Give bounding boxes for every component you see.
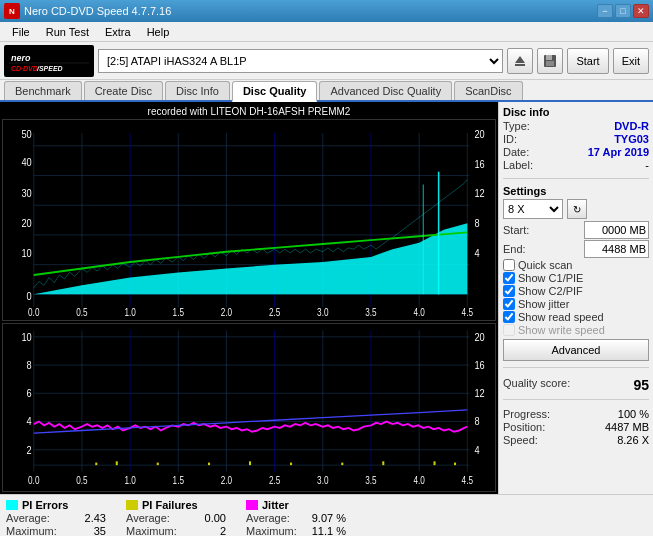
- end-input[interactable]: [584, 240, 649, 258]
- tab-create-disc[interactable]: Create Disc: [84, 81, 163, 100]
- pi-errors-header: PI Errors: [6, 499, 106, 511]
- jitter-max-value: 11.1 %: [312, 525, 346, 536]
- show-read-row: Show read speed: [503, 311, 649, 323]
- svg-text:0: 0: [27, 290, 32, 302]
- disc-date-value: 17 Apr 2019: [588, 146, 649, 158]
- sep-3: [503, 399, 649, 400]
- show-c2pif-row: Show C2/PIF: [503, 285, 649, 297]
- quick-scan-label: Quick scan: [518, 259, 572, 271]
- minimize-button[interactable]: −: [597, 4, 613, 18]
- exit-button[interactable]: Exit: [613, 48, 649, 74]
- svg-text:4.0: 4.0: [413, 476, 424, 487]
- close-button[interactable]: ✕: [633, 4, 649, 18]
- tab-scan-disc[interactable]: ScanDisc: [454, 81, 522, 100]
- pi-errors-avg-value: 2.43: [85, 512, 106, 524]
- start-button[interactable]: Start: [567, 48, 608, 74]
- svg-text:40: 40: [21, 157, 31, 169]
- lower-chart-svg: 10 8 6 4 2 20 16 12 8 4: [3, 324, 495, 491]
- show-jitter-label: Show jitter: [518, 298, 569, 310]
- quick-scan-checkbox[interactable]: [503, 259, 515, 271]
- pi-failures-max-row: Maximum: 2: [126, 525, 226, 536]
- pi-failures-label: PI Failures: [142, 499, 198, 511]
- pi-errors-max-row: Maximum: 35: [6, 525, 106, 536]
- show-c2pif-checkbox[interactable]: [503, 285, 515, 297]
- chart-title: recorded with LITEON DH-16AFSH PREMM2: [2, 104, 496, 119]
- svg-text:10: 10: [21, 331, 31, 343]
- pi-failures-group: PI Failures Average: 0.00 Maximum: 2 Tot…: [126, 499, 226, 536]
- svg-text:4.5: 4.5: [462, 307, 473, 318]
- pi-errors-avg-label: Average:: [6, 512, 50, 524]
- pi-failures-avg-row: Average: 0.00: [126, 512, 226, 524]
- show-c1pie-checkbox[interactable]: [503, 272, 515, 284]
- show-jitter-checkbox[interactable]: [503, 298, 515, 310]
- drive-select[interactable]: [2:5] ATAPI iHAS324 A BL1P: [98, 49, 503, 73]
- svg-text:4: 4: [27, 416, 32, 428]
- jitter-header: Jitter: [246, 499, 346, 511]
- svg-text:8: 8: [475, 217, 480, 229]
- start-row: Start:: [503, 221, 649, 239]
- svg-text:16: 16: [475, 359, 485, 371]
- disc-info-title: Disc info: [503, 106, 649, 118]
- svg-text:50: 50: [21, 128, 31, 140]
- show-write-label: Show write speed: [518, 324, 605, 336]
- svg-text:4: 4: [475, 247, 480, 259]
- app-icon: N: [4, 3, 20, 19]
- upper-chart: 50 40 30 20 10 0 20 16 12 8 4: [2, 119, 496, 321]
- svg-text:20: 20: [21, 217, 31, 229]
- show-c2pif-label: Show C2/PIF: [518, 285, 583, 297]
- svg-text:8: 8: [27, 359, 32, 371]
- settings-title: Settings: [503, 185, 649, 197]
- menu-run-test[interactable]: Run Test: [38, 24, 97, 40]
- right-panel: Disc info Type: DVD-R ID: TYG03 Date: 17…: [498, 102, 653, 494]
- upper-chart-svg: 50 40 30 20 10 0 20 16 12 8 4: [3, 120, 495, 320]
- position-row: Position: 4487 MB: [503, 421, 649, 433]
- svg-text:20: 20: [475, 128, 485, 140]
- pi-failures-avg-value: 0.00: [205, 512, 226, 524]
- svg-text:12: 12: [475, 188, 485, 200]
- jitter-group: Jitter Average: 9.07 % Maximum: 11.1 % P…: [246, 499, 346, 536]
- progress-row: Progress: 100 %: [503, 408, 649, 420]
- progress-value: 100 %: [618, 408, 649, 420]
- svg-text:2.5: 2.5: [269, 476, 280, 487]
- start-input[interactable]: [584, 221, 649, 239]
- disc-label-row: Label: -: [503, 159, 649, 171]
- pi-errors-avg-row: Average: 2.43: [6, 512, 106, 524]
- show-jitter-row: Show jitter: [503, 298, 649, 310]
- speed-select[interactable]: 8 X: [503, 199, 563, 219]
- svg-text:2.0: 2.0: [221, 307, 232, 318]
- refresh-button[interactable]: ↻: [567, 199, 587, 219]
- show-read-checkbox[interactable]: [503, 311, 515, 323]
- svg-text:1.5: 1.5: [173, 307, 184, 318]
- sep-1: [503, 178, 649, 179]
- svg-rect-82: [249, 461, 251, 465]
- disc-type-row: Type: DVD-R: [503, 120, 649, 132]
- quality-label: Quality score:: [503, 377, 570, 393]
- pi-errors-max-value: 35: [94, 525, 106, 536]
- svg-marker-5: [515, 56, 525, 63]
- menu-file[interactable]: File: [4, 24, 38, 40]
- lower-chart: 10 8 6 4 2 20 16 12 8 4: [2, 323, 496, 492]
- menu-help[interactable]: Help: [139, 24, 178, 40]
- tab-disc-quality[interactable]: Disc Quality: [232, 81, 318, 102]
- title-bar-buttons: − □ ✕: [597, 4, 649, 18]
- advanced-button[interactable]: Advanced: [503, 339, 649, 361]
- svg-text:3.5: 3.5: [365, 476, 376, 487]
- menu-bar: File Run Test Extra Help: [0, 22, 653, 42]
- menu-extra[interactable]: Extra: [97, 24, 139, 40]
- tab-disc-info[interactable]: Disc Info: [165, 81, 230, 100]
- progress-section: Progress: 100 % Position: 4487 MB Speed:…: [503, 408, 649, 447]
- tab-benchmark[interactable]: Benchmark: [4, 81, 82, 100]
- tab-advanced-disc-quality[interactable]: Advanced Disc Quality: [319, 81, 452, 100]
- svg-text:2.0: 2.0: [221, 476, 232, 487]
- maximize-button[interactable]: □: [615, 4, 631, 18]
- save-icon-btn[interactable]: [537, 48, 563, 74]
- jitter-max-row: Maximum: 11.1 %: [246, 525, 346, 536]
- pi-errors-group: PI Errors Average: 2.43 Maximum: 35 Tota…: [6, 499, 106, 536]
- speed-setting-row: 8 X ↻: [503, 199, 649, 219]
- title-bar-left: N Nero CD-DVD Speed 4.7.7.16: [4, 3, 171, 19]
- disc-info-section: Disc info Type: DVD-R ID: TYG03 Date: 17…: [503, 106, 649, 172]
- svg-rect-87: [454, 463, 456, 466]
- eject-icon-btn[interactable]: [507, 48, 533, 74]
- pi-errors-legend: [6, 500, 18, 510]
- quality-score: 95: [633, 377, 649, 393]
